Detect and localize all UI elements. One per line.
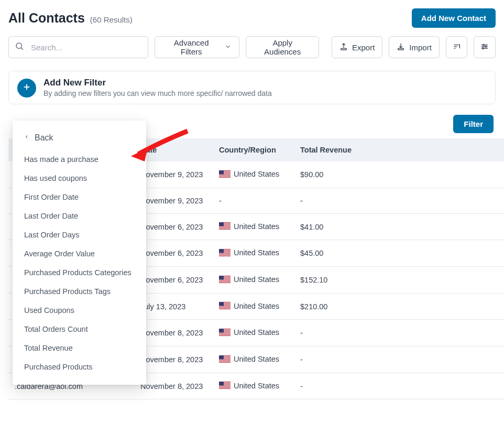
dropdown-back-label: Back xyxy=(35,133,53,143)
svg-rect-45 xyxy=(219,280,231,281)
dropdown-item[interactable]: Total Revenue xyxy=(13,339,146,357)
us-flag-icon xyxy=(219,276,231,285)
export-label: Export xyxy=(352,43,375,52)
dropdown-back-button[interactable]: Back xyxy=(13,129,146,150)
svg-rect-37 xyxy=(219,254,231,255)
svg-rect-63 xyxy=(219,329,224,333)
cell-extra xyxy=(362,161,504,188)
dropdown-item[interactable]: Purchased Products Categories xyxy=(13,263,146,282)
add-filter-button[interactable] xyxy=(17,79,36,97)
svg-point-0 xyxy=(16,43,22,49)
import-label: Import xyxy=(409,43,432,52)
dropdown-item[interactable]: Total Orders Count xyxy=(13,320,146,339)
svg-rect-46 xyxy=(219,282,231,283)
svg-rect-31 xyxy=(219,222,224,226)
search-input[interactable] xyxy=(8,36,148,58)
svg-point-9 xyxy=(483,44,485,46)
cell-country: United States xyxy=(213,240,294,267)
export-button[interactable]: Export xyxy=(332,36,382,58)
us-flag-icon xyxy=(219,222,231,231)
cell-revenue: - xyxy=(294,346,362,373)
cell-revenue: $45.00 xyxy=(294,240,362,267)
us-flag-icon xyxy=(219,170,231,179)
cell-revenue: $90.00 xyxy=(294,161,362,188)
advanced-filters-button[interactable]: Advanced Filters xyxy=(155,36,239,58)
add-filter-title: Add New Filter xyxy=(43,78,272,88)
export-icon xyxy=(339,42,348,52)
cell-extra xyxy=(362,346,504,373)
svg-rect-52 xyxy=(219,306,231,307)
cell-country: United States xyxy=(213,213,294,240)
us-flag-icon xyxy=(219,302,231,311)
cell-country: United States xyxy=(213,320,294,346)
sort-button[interactable] xyxy=(446,36,468,58)
dropdown-item[interactable]: Purchased Products Tags xyxy=(13,282,146,301)
settings-filter-button[interactable] xyxy=(474,36,496,58)
svg-rect-71 xyxy=(219,355,224,360)
apply-audiences-button[interactable]: Apply Audiences xyxy=(246,36,319,58)
cell-country: United States xyxy=(213,293,294,320)
filter-button[interactable]: Filter xyxy=(453,115,494,133)
cell-extra xyxy=(362,240,504,267)
dropdown-item[interactable]: Has used coupons xyxy=(13,169,146,188)
dropdown-item[interactable]: Last Order Date xyxy=(13,207,146,225)
cell-country: United States xyxy=(213,267,294,294)
svg-rect-3 xyxy=(398,48,404,50)
import-button[interactable]: Import xyxy=(389,36,440,58)
us-flag-icon xyxy=(219,355,231,364)
cell-revenue: - xyxy=(294,373,362,399)
plus-icon xyxy=(22,82,31,94)
apply-audiences-label: Apply Audiences xyxy=(254,38,311,56)
page-title: All Contacts xyxy=(8,10,85,26)
import-icon xyxy=(397,42,405,52)
svg-rect-47 xyxy=(219,276,224,280)
cell-country: - xyxy=(213,188,294,213)
svg-rect-22 xyxy=(219,177,231,177)
svg-rect-60 xyxy=(219,333,231,333)
svg-line-1 xyxy=(21,48,23,49)
add-new-contact-button[interactable]: Add New Contact xyxy=(412,8,496,28)
svg-rect-62 xyxy=(219,335,231,335)
dropdown-item[interactable]: First Order Date xyxy=(13,188,146,207)
col-revenue[interactable]: Total Revenue xyxy=(294,138,362,161)
svg-rect-76 xyxy=(219,386,231,386)
dropdown-item[interactable]: Last Order Days xyxy=(13,225,146,244)
svg-rect-70 xyxy=(219,362,231,362)
svg-rect-23 xyxy=(219,170,224,175)
sort-icon xyxy=(453,42,461,52)
advanced-filters-label: Advanced Filters xyxy=(162,38,220,56)
svg-rect-21 xyxy=(219,175,231,176)
col-extra xyxy=(362,138,504,161)
svg-rect-78 xyxy=(219,388,231,388)
svg-rect-2 xyxy=(341,48,347,50)
col-country[interactable]: Country/Region xyxy=(213,138,294,161)
svg-rect-29 xyxy=(219,227,231,228)
cell-revenue: $210.00 xyxy=(294,293,362,320)
dropdown-item[interactable]: Purchased Products xyxy=(13,357,146,376)
add-filter-text: Add New Filter By adding new filters you… xyxy=(43,78,272,97)
search-wrap xyxy=(8,36,148,58)
page-header: All Contacts (60 Results) Add New Contac… xyxy=(0,0,504,32)
us-flag-icon xyxy=(219,382,231,390)
cell-revenue: $152.10 xyxy=(294,267,362,294)
svg-point-13 xyxy=(483,48,484,49)
dropdown-item[interactable]: Used Coupons xyxy=(13,301,146,320)
svg-rect-36 xyxy=(219,253,231,254)
svg-rect-79 xyxy=(219,382,224,386)
us-flag-icon xyxy=(219,329,231,338)
result-count: (60 Results) xyxy=(90,15,133,24)
svg-rect-53 xyxy=(219,307,231,308)
filter-dropdown: Back Has made a purchaseHas used coupons… xyxy=(13,121,146,385)
cell-extra xyxy=(362,373,504,399)
dropdown-item[interactable]: Average Order Value xyxy=(13,244,146,263)
svg-rect-30 xyxy=(219,229,231,229)
svg-rect-55 xyxy=(219,302,224,306)
cell-country: United States xyxy=(213,161,294,188)
cell-extra xyxy=(362,293,504,320)
svg-rect-77 xyxy=(219,387,231,387)
cell-extra xyxy=(362,213,504,240)
svg-rect-38 xyxy=(219,255,231,256)
dropdown-item[interactable]: Has made a purchase xyxy=(13,150,146,169)
add-filter-card: Add New Filter By adding new filters you… xyxy=(8,71,496,104)
svg-rect-69 xyxy=(219,360,231,361)
